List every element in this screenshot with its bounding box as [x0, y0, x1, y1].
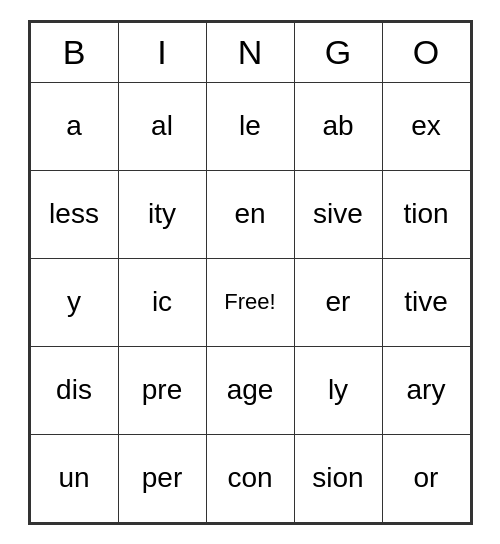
- table-cell: ic: [118, 258, 206, 346]
- table-cell: ity: [118, 170, 206, 258]
- table-row: unperconsionor: [30, 434, 470, 522]
- table-cell: en: [206, 170, 294, 258]
- table-cell: less: [30, 170, 118, 258]
- table-cell: al: [118, 82, 206, 170]
- header-o: O: [382, 22, 470, 82]
- table-cell: sion: [294, 434, 382, 522]
- table-cell: con: [206, 434, 294, 522]
- table-cell: age: [206, 346, 294, 434]
- table-cell: per: [118, 434, 206, 522]
- table-cell: ab: [294, 82, 382, 170]
- table-cell: tion: [382, 170, 470, 258]
- bingo-body: aalleabexlessityensivetionyicFree!ertive…: [30, 82, 470, 522]
- table-row: dispreagelyary: [30, 346, 470, 434]
- header-g: G: [294, 22, 382, 82]
- table-cell: er: [294, 258, 382, 346]
- table-cell: Free!: [206, 258, 294, 346]
- bingo-table: B I N G O aalleabexlessityensivetionyicF…: [30, 22, 471, 523]
- table-cell: ex: [382, 82, 470, 170]
- table-cell: dis: [30, 346, 118, 434]
- header-n: N: [206, 22, 294, 82]
- table-cell: pre: [118, 346, 206, 434]
- table-cell: sive: [294, 170, 382, 258]
- header-b: B: [30, 22, 118, 82]
- table-cell: ary: [382, 346, 470, 434]
- table-row: yicFree!ertive: [30, 258, 470, 346]
- table-cell: ly: [294, 346, 382, 434]
- table-cell: a: [30, 82, 118, 170]
- table-cell: y: [30, 258, 118, 346]
- header-i: I: [118, 22, 206, 82]
- table-row: aalleabex: [30, 82, 470, 170]
- table-cell: le: [206, 82, 294, 170]
- bingo-card: B I N G O aalleabexlessityensivetionyicF…: [28, 20, 473, 525]
- table-cell: un: [30, 434, 118, 522]
- table-cell: tive: [382, 258, 470, 346]
- table-cell: or: [382, 434, 470, 522]
- table-row: lessityensivetion: [30, 170, 470, 258]
- header-row: B I N G O: [30, 22, 470, 82]
